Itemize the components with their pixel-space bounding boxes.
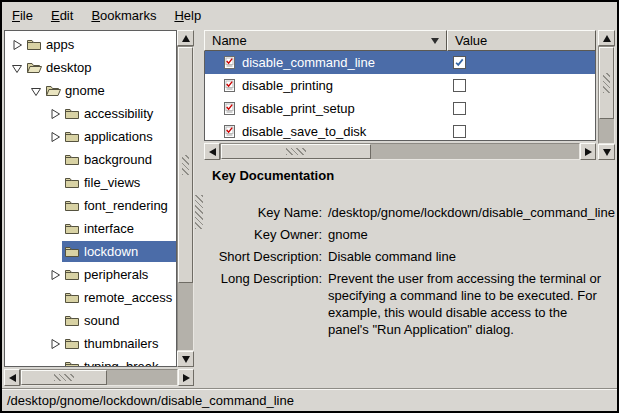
column-header-value[interactable]: Value xyxy=(447,30,596,51)
checkbox-checked[interactable] xyxy=(453,56,466,69)
arrow-up-icon xyxy=(182,35,190,42)
tree-item-label: sound xyxy=(84,313,119,328)
tree-item-row[interactable]: lockdown xyxy=(62,241,176,262)
tree-item-row[interactable]: font_rendering xyxy=(62,195,176,216)
tree-item-sound[interactable]: sound xyxy=(5,309,176,332)
expander-expanded-icon[interactable] xyxy=(9,61,24,75)
checkbox-unchecked[interactable] xyxy=(453,79,466,92)
tree-item-thumbnailers[interactable]: thumbnailers xyxy=(5,332,176,355)
menu-edit[interactable]: Edit xyxy=(42,5,82,26)
tree-item-row[interactable]: thumbnailers xyxy=(62,333,176,354)
tree-item-background[interactable]: background xyxy=(5,148,176,171)
tree-item-peripherals[interactable]: peripherals xyxy=(5,263,176,286)
scroll-left-button[interactable] xyxy=(204,143,220,160)
expander-collapsed-icon[interactable] xyxy=(47,337,62,351)
tree-item-apps[interactable]: apps xyxy=(5,33,176,56)
folder-closed-icon xyxy=(64,245,80,258)
tree-item-font_rendering[interactable]: font_rendering xyxy=(5,194,176,217)
tree-item-label: lockdown xyxy=(84,244,138,259)
scroll-left-button[interactable] xyxy=(4,369,20,386)
tree-item-lockdown[interactable]: lockdown xyxy=(5,240,176,263)
checkbox-unchecked[interactable] xyxy=(453,102,466,115)
tree-item-row[interactable]: peripherals xyxy=(62,264,176,285)
tree-item-row[interactable]: interface xyxy=(62,218,176,239)
scroll-up-button[interactable] xyxy=(177,30,194,46)
tree-item-accessibility[interactable]: accessibility xyxy=(5,102,176,125)
doc-field-value: Disable command line xyxy=(328,248,609,265)
paned-splitter[interactable] xyxy=(194,30,204,386)
key-row-disable_command_line[interactable]: disable_command_line xyxy=(205,51,595,74)
tree-vertical-scrollbar[interactable] xyxy=(177,30,194,367)
scrollbar-thumb[interactable] xyxy=(21,370,107,385)
scrollbar-grip xyxy=(286,148,306,155)
scrollbar-thumb[interactable] xyxy=(221,144,371,159)
folder-open-icon xyxy=(26,61,42,74)
tree-pane: appsdesktopgnomeaccessibilityapplication… xyxy=(4,30,194,386)
scroll-up-button[interactable] xyxy=(598,30,615,46)
folder-closed-icon xyxy=(64,291,80,304)
scrollbar-track[interactable] xyxy=(20,369,178,386)
scrollbar-track[interactable] xyxy=(598,46,615,144)
expander-collapsed-icon[interactable] xyxy=(47,130,62,144)
tree-item-row[interactable]: typing_break xyxy=(62,356,176,367)
scroll-down-button[interactable] xyxy=(177,351,194,367)
folder-closed-icon xyxy=(64,314,80,327)
folder-closed-icon xyxy=(64,268,80,281)
folder-closed-icon xyxy=(64,107,80,120)
tree-item-label: interface xyxy=(84,221,134,236)
checkbox-unchecked[interactable] xyxy=(453,125,466,138)
tree-item-row[interactable]: applications xyxy=(62,126,176,147)
list-horizontal-scrollbar[interactable] xyxy=(204,143,596,160)
folder-closed-icon xyxy=(64,222,80,235)
scrollbar-track[interactable] xyxy=(220,143,580,160)
scroll-down-button[interactable] xyxy=(598,144,615,160)
folder-closed-icon xyxy=(64,199,80,212)
tree-item-file_views[interactable]: file_views xyxy=(5,171,176,194)
list-vertical-scrollbar[interactable] xyxy=(598,30,615,160)
tree-item-desktop[interactable]: desktop xyxy=(5,56,176,79)
splitter-grip-icon xyxy=(195,195,203,229)
tree-item-row[interactable]: sound xyxy=(62,310,176,331)
tree-item-applications[interactable]: applications xyxy=(5,125,176,148)
scrollbar-thumb[interactable] xyxy=(178,47,193,283)
scroll-right-button[interactable] xyxy=(580,143,596,160)
scrollbar-track[interactable] xyxy=(177,46,194,351)
arrow-left-icon xyxy=(9,374,16,382)
tree-item-remote_access[interactable]: remote_access xyxy=(5,286,176,309)
key-documentation-title: Key Documentation xyxy=(210,168,609,183)
expander-expanded-icon[interactable] xyxy=(28,84,43,98)
expander-collapsed-icon[interactable] xyxy=(9,38,24,52)
key-row-disable_print_setup[interactable]: disable_print_setup xyxy=(205,97,595,120)
menu-bookmarks[interactable]: Bookmarks xyxy=(82,5,165,26)
key-name-cell: disable_print_setup xyxy=(205,101,447,116)
tree-item-row[interactable]: file_views xyxy=(62,172,176,193)
menu-file[interactable]: File xyxy=(3,5,42,26)
tree-item-row[interactable]: gnome xyxy=(43,80,176,101)
scrollbar-grip xyxy=(603,73,610,93)
folder-closed-icon xyxy=(64,130,80,143)
column-header-name[interactable]: Name xyxy=(204,30,447,51)
tree-item-interface[interactable]: interface xyxy=(5,217,176,240)
scrollbar-thumb[interactable] xyxy=(599,47,614,119)
scroll-right-button[interactable] xyxy=(178,369,194,386)
folder-closed-icon xyxy=(64,153,80,166)
key-documentation-fields: Key Name:/desktop/gnome/lockdown/disable… xyxy=(210,204,609,338)
key-row-disable_save_to_disk[interactable]: disable_save_to_disk xyxy=(205,120,595,141)
tree-item-gnome[interactable]: gnome xyxy=(5,79,176,102)
tree-item-row[interactable]: remote_access xyxy=(62,287,176,308)
tree-item-row[interactable]: accessibility xyxy=(62,103,176,124)
tree-item-label: desktop xyxy=(46,60,92,75)
menu-help[interactable]: Help xyxy=(165,5,210,26)
gconf-editor-window: File Edit Bookmarks Help appsdesktopgnom… xyxy=(0,0,619,413)
expander-collapsed-icon[interactable] xyxy=(47,107,62,121)
tree-item-row[interactable]: background xyxy=(62,149,176,170)
arrow-up-icon xyxy=(603,35,611,42)
tree-item-typing_break[interactable]: typing_break xyxy=(5,355,176,367)
tree-horizontal-scrollbar[interactable] xyxy=(4,369,194,386)
tree-item-row[interactable]: desktop xyxy=(24,57,176,78)
key-row-disable_printing[interactable]: disable_printing xyxy=(205,74,595,97)
tree-item-row[interactable]: apps xyxy=(24,34,176,55)
tree-item-label: file_views xyxy=(84,175,140,190)
sort-descending-icon xyxy=(431,38,439,44)
expander-collapsed-icon[interactable] xyxy=(47,268,62,282)
